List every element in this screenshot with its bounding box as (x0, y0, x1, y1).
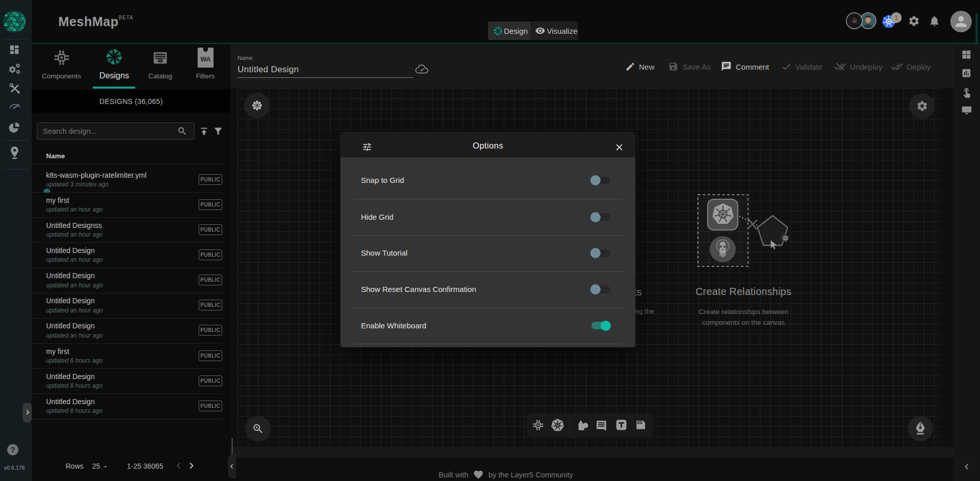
svg-text:WA: WA (200, 56, 210, 63)
